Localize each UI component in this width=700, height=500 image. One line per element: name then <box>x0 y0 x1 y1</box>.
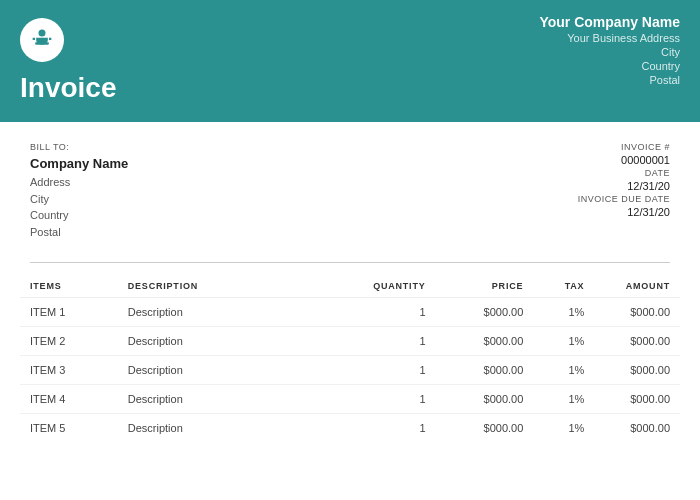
invoice-date-label: DATE <box>645 168 670 178</box>
invoice-date-label-row: DATE <box>578 168 670 178</box>
cell-desc-0: Description <box>118 298 338 327</box>
invoice-due-value: 12/31/20 <box>610 206 670 218</box>
cell-price-3: $000.00 <box>436 385 534 414</box>
invoice-meta: INVOICE # 00000001 DATE 12/31/20 INVOICE… <box>578 142 670 240</box>
col-header-tax: TAX <box>533 275 594 298</box>
cell-price-2: $000.00 <box>436 356 534 385</box>
col-header-qty: QUANTITY <box>338 275 436 298</box>
cell-amount-3: $000.00 <box>594 385 680 414</box>
cell-qty-0: 1 <box>338 298 436 327</box>
cell-price-1: $000.00 <box>436 327 534 356</box>
cell-desc-4: Description <box>118 414 338 443</box>
header: Invoice Your Company Name Your Business … <box>0 0 700 122</box>
invoice-due-label-row: INVOICE DUE DATE <box>578 194 670 204</box>
cell-qty-4: 1 <box>338 414 436 443</box>
invoice-due-label: INVOICE DUE DATE <box>578 194 670 204</box>
bill-address: Address <box>30 174 128 191</box>
cell-price-4: $000.00 <box>436 414 534 443</box>
company-city: City <box>220 46 680 58</box>
cell-qty-2: 1 <box>338 356 436 385</box>
bill-postal: Postal <box>30 224 128 241</box>
invoice-date-value-row: 12/31/20 <box>578 180 670 192</box>
svg-point-0 <box>39 30 46 37</box>
bill-to: BILL TO: Company Name Address City Count… <box>30 142 128 240</box>
col-header-price: PRICE <box>436 275 534 298</box>
company-postal: Postal <box>220 74 680 86</box>
cell-item-0: ITEM 1 <box>20 298 118 327</box>
cell-tax-3: 1% <box>533 385 594 414</box>
cell-item-4: ITEM 5 <box>20 414 118 443</box>
invoice-date-value: 12/31/20 <box>610 180 670 192</box>
cell-item-1: ITEM 2 <box>20 327 118 356</box>
cell-tax-4: 1% <box>533 414 594 443</box>
bill-city: City <box>30 191 128 208</box>
cell-tax-2: 1% <box>533 356 594 385</box>
table-row: ITEM 3 Description 1 $000.00 1% $000.00 <box>20 356 680 385</box>
company-name: Your Company Name <box>220 14 680 30</box>
cell-item-2: ITEM 3 <box>20 356 118 385</box>
header-right: Your Company Name Your Business Address … <box>200 0 700 122</box>
table-row: ITEM 4 Description 1 $000.00 1% $000.00 <box>20 385 680 414</box>
col-header-desc: DESCRIPTION <box>118 275 338 298</box>
invoice-due-value-row: 12/31/20 <box>578 206 670 218</box>
cell-price-0: $000.00 <box>436 298 534 327</box>
cell-tax-0: 1% <box>533 298 594 327</box>
cell-item-3: ITEM 4 <box>20 385 118 414</box>
company-country: Country <box>220 60 680 72</box>
table-row: ITEM 5 Description 1 $000.00 1% $000.00 <box>20 414 680 443</box>
cell-desc-1: Description <box>118 327 338 356</box>
table-row: ITEM 1 Description 1 $000.00 1% $000.00 <box>20 298 680 327</box>
bill-country: Country <box>30 207 128 224</box>
cell-amount-1: $000.00 <box>594 327 680 356</box>
divider <box>30 262 670 263</box>
bill-to-label: BILL TO: <box>30 142 128 152</box>
invoice-number-label: INVOICE # <box>621 142 670 152</box>
col-header-amount: AMOUNT <box>594 275 680 298</box>
bill-section: BILL TO: Company Name Address City Count… <box>0 122 700 250</box>
invoice-number-value: 00000001 <box>610 154 670 166</box>
items-table: ITEMS DESCRIPTION QUANTITY PRICE TAX AMO… <box>20 275 680 442</box>
invoice-number-value-row: 00000001 <box>578 154 670 166</box>
cell-desc-2: Description <box>118 356 338 385</box>
cell-qty-3: 1 <box>338 385 436 414</box>
page: Invoice Your Company Name Your Business … <box>0 0 700 500</box>
table-wrapper: ITEMS DESCRIPTION QUANTITY PRICE TAX AMO… <box>0 275 700 442</box>
table-body: ITEM 1 Description 1 $000.00 1% $000.00 … <box>20 298 680 443</box>
company-address: Your Business Address <box>220 32 680 44</box>
bill-company-name: Company Name <box>30 156 128 171</box>
invoice-title: Invoice <box>20 72 180 104</box>
svg-rect-1 <box>35 42 49 44</box>
cell-amount-0: $000.00 <box>594 298 680 327</box>
company-icon <box>20 18 64 62</box>
cell-amount-4: $000.00 <box>594 414 680 443</box>
table-header-row: ITEMS DESCRIPTION QUANTITY PRICE TAX AMO… <box>20 275 680 298</box>
col-header-items: ITEMS <box>20 275 118 298</box>
invoice-number-row: INVOICE # <box>578 142 670 152</box>
cell-desc-3: Description <box>118 385 338 414</box>
worker-icon <box>28 26 56 54</box>
cell-tax-1: 1% <box>533 327 594 356</box>
cell-amount-2: $000.00 <box>594 356 680 385</box>
header-left: Invoice <box>0 0 200 122</box>
cell-qty-1: 1 <box>338 327 436 356</box>
table-row: ITEM 2 Description 1 $000.00 1% $000.00 <box>20 327 680 356</box>
table-head: ITEMS DESCRIPTION QUANTITY PRICE TAX AMO… <box>20 275 680 298</box>
